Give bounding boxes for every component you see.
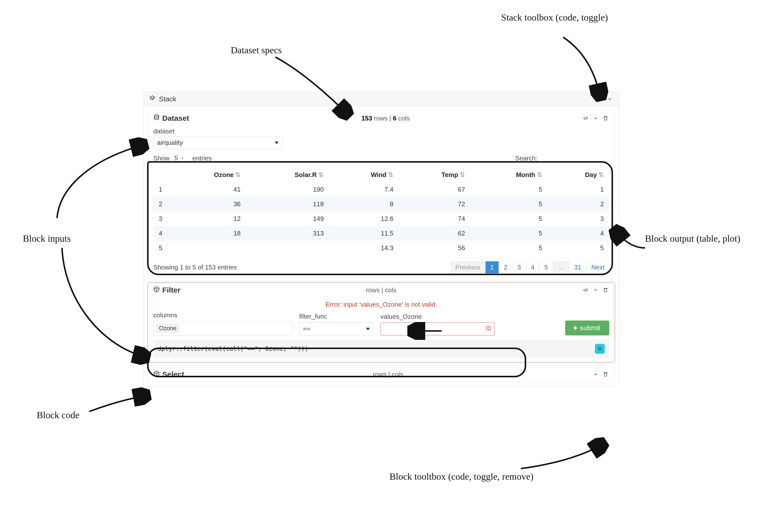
cell-ozone: 18 [168, 226, 246, 241]
table-header-wind[interactable]: Wind⇅ [329, 168, 399, 182]
row-index: 1 [153, 182, 168, 197]
stack-icon [149, 95, 156, 103]
pager-prev[interactable]: Previous [450, 261, 485, 273]
filter-values-label: values_Ozone [381, 313, 495, 320]
stack-toggle-button[interactable] [606, 95, 613, 103]
sort-icon: ⇅ [235, 171, 241, 179]
dataset-cols-n: 6 [393, 114, 396, 122]
filter-columns-label: columns [153, 311, 292, 319]
pager-page-3[interactable]: 3 [513, 261, 526, 273]
pager-next[interactable]: Next [587, 261, 609, 273]
cell-ozone: 41 [168, 182, 246, 197]
select-block: Select rows | cols [148, 366, 615, 382]
filter-toggle-button[interactable] [592, 286, 599, 294]
annotation-block-output-text: Block output (table, plot) [645, 233, 740, 244]
filter-remove-button[interactable] [602, 286, 609, 294]
table-controls: Show 5 entries Search: [153, 154, 609, 163]
annotation-dataset-specs: Dataset specs [231, 45, 282, 55]
cube-icon [153, 370, 160, 378]
dataset-rows-lbl: rows [374, 114, 388, 122]
code-icon [597, 96, 603, 102]
annotation-dataset-specs-text: Dataset specs [231, 45, 282, 55]
stack-panel: Stack Dataset 153 rows | 6 [143, 92, 619, 386]
filter-submit-button[interactable]: submit [565, 320, 609, 335]
alert-icon [486, 325, 492, 333]
filter-submit-col: submit [565, 320, 609, 335]
cell-wind: 7.4 [329, 182, 399, 197]
cell-day: 5 [548, 241, 609, 255]
sort-icon: ⇅ [598, 171, 604, 179]
select-specs: rows | cols [373, 370, 403, 378]
copy-icon [597, 346, 603, 351]
play-icon [574, 326, 578, 330]
filter-code-text: dplyr::filter(eval(call("==", Ozone, "")… [158, 345, 309, 352]
cell-day: 1 [548, 182, 609, 197]
chevron-down-icon [607, 96, 612, 102]
sort-icon: ⇅ [537, 171, 542, 179]
annotation-block-output: Block output (table, plot) [645, 233, 759, 244]
cell-ozone: 36 [168, 197, 246, 212]
dataset-toggle-button[interactable] [592, 114, 599, 122]
th-label: Day [585, 171, 597, 179]
cell-month: 5 [470, 197, 548, 212]
select-block-toolbox [592, 370, 609, 378]
pager-page-1[interactable]: 1 [486, 261, 499, 273]
chevron-down-icon [181, 157, 184, 160]
annotation-block-code-text: Block code [37, 410, 79, 420]
dataset-block-toolbox [582, 114, 609, 122]
page-size-select[interactable]: 5 [172, 154, 190, 163]
select-remove-button[interactable] [602, 370, 609, 378]
cell-wind: 12.6 [329, 212, 399, 226]
pager-page-2[interactable]: 2 [499, 261, 512, 273]
dataset-block: Dataset 153 rows | 6 cols [148, 110, 615, 278]
table-header-day[interactable]: Day⇅ [548, 168, 609, 182]
copy-code-button[interactable] [595, 344, 605, 354]
dataset-rows-n: 153 [362, 114, 372, 122]
cell-solar-r: 118 [246, 197, 329, 212]
chevron-down-icon [593, 115, 598, 121]
pager-page-4[interactable]: 4 [526, 261, 539, 273]
filter-columns-input[interactable]: Ozone [153, 321, 292, 335]
cell-temp: 67 [399, 182, 470, 197]
table-header-rownum[interactable] [153, 168, 168, 182]
filter-func-select[interactable]: == [299, 322, 374, 335]
cell-solar-r: 149 [246, 212, 329, 226]
cell-ozone [168, 241, 246, 255]
svg-point-2 [154, 115, 159, 116]
dataset-code-button[interactable] [582, 114, 589, 122]
database-icon [153, 114, 160, 122]
cell-solar-r: 313 [246, 226, 329, 241]
filter-func-value: == [303, 325, 310, 333]
dataset-remove-button[interactable] [602, 114, 609, 122]
stack-code-button[interactable] [596, 95, 604, 103]
filter-code-button[interactable] [582, 286, 589, 294]
filter-specs: rows | cols [366, 286, 396, 294]
table-header-ozone[interactable]: Ozone⇅ [168, 168, 246, 182]
table-header-solarr[interactable]: Solar.R⇅ [246, 168, 329, 182]
table-header-month[interactable]: Month⇅ [470, 168, 548, 182]
filter-columns-col: columns Ozone [153, 311, 292, 335]
code-icon [583, 287, 588, 293]
table-header-temp[interactable]: Temp⇅ [399, 168, 470, 182]
filter-block-title: Filter [153, 286, 180, 294]
sort-icon: ⇅ [318, 171, 324, 179]
pager-page-5[interactable]: 5 [540, 261, 553, 273]
show-entries: Show 5 entries [153, 154, 212, 163]
filter-func-col: filter_func == [299, 313, 374, 335]
search-input[interactable] [540, 155, 609, 162]
cell-day: 4 [548, 226, 609, 241]
filter-values-col: values_Ozone [381, 313, 495, 335]
dataset-select[interactable]: airquality [153, 136, 282, 149]
cell-wind: 14.3 [329, 241, 399, 255]
select-toggle-button[interactable] [592, 370, 599, 378]
pager-page-last[interactable]: 31 [570, 261, 586, 273]
filter-columns-tag[interactable]: Ozone [156, 323, 180, 333]
filter-code-region: dplyr::filter(eval(call("==", Ozone, "")… [153, 340, 609, 358]
cell-temp: 62 [399, 226, 470, 241]
annotation-stack-toolbox: Stack toolbox (code, toggle) [501, 12, 608, 23]
table-footer: Showing 1 to 5 of 153 entries Previous 1… [153, 261, 609, 273]
filter-values-input[interactable] [381, 322, 495, 335]
select-block-title-text: Select [162, 370, 184, 378]
cell-month: 5 [470, 226, 548, 241]
annotation-block-inputs-text: Block inputs [23, 233, 71, 244]
